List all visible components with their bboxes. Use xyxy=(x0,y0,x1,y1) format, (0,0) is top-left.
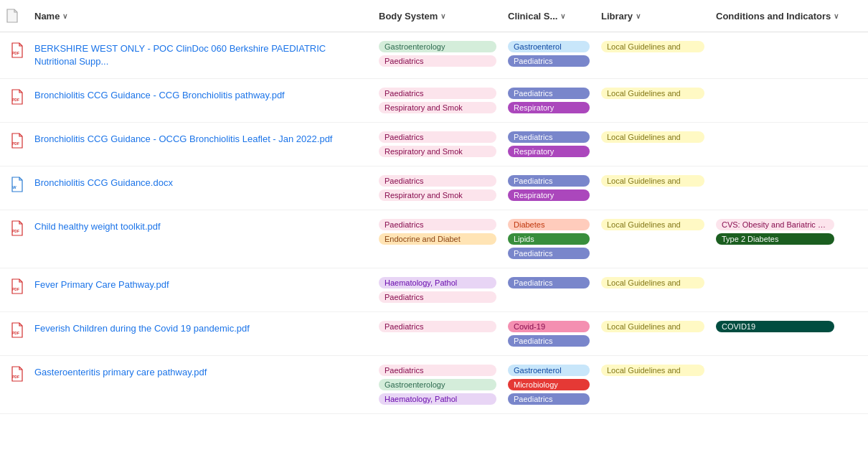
tag[interactable]: Local Guidelines and xyxy=(601,175,704,187)
tag[interactable]: Paediatrics xyxy=(508,131,590,143)
tag[interactable]: Paediatrics xyxy=(508,248,590,259)
condition-tags xyxy=(710,363,868,366)
tag[interactable]: Endocrine and Diabet xyxy=(379,233,496,245)
tag[interactable]: Diabetes xyxy=(508,219,590,230)
tag[interactable]: Gastroenterology xyxy=(379,41,496,52)
tag[interactable]: Paediatrics xyxy=(508,88,590,99)
tag[interactable]: Paediatrics xyxy=(508,175,590,187)
condition-tags xyxy=(710,130,868,133)
tag[interactable]: Local Guidelines and xyxy=(601,321,704,332)
tag[interactable]: Paediatrics xyxy=(508,277,590,289)
pdf-file-icon: PDF xyxy=(11,322,24,338)
svg-text:W: W xyxy=(12,185,16,189)
library-tags: Local Guidelines and xyxy=(595,174,710,188)
tag[interactable]: Paediatrics xyxy=(379,88,496,99)
table-row: PDF BERKSHIRE WEST ONLY - POC ClinDoc 06… xyxy=(0,32,868,79)
row-name[interactable]: Bronchiolitis CCG Guidance.docx xyxy=(29,174,373,192)
library-tags: Local Guidelines and xyxy=(595,276,710,290)
file-link[interactable]: Bronchiolitis CCG Guidance.docx xyxy=(34,177,173,189)
sort-library-icon: ∨ xyxy=(636,12,641,20)
row-name[interactable]: BERKSHIRE WEST ONLY - POC ClinDoc 060 Be… xyxy=(29,39,373,71)
file-link[interactable]: Gasteroenteritis primary care pathway.pd… xyxy=(34,366,207,379)
tag[interactable]: Paediatrics xyxy=(508,335,590,347)
row-name[interactable]: Bronchiolitis CCG Guidance - CCG Bronchi… xyxy=(29,86,373,105)
row-name[interactable]: Bronchiolitis CCG Guidance - OCCG Bronch… xyxy=(29,130,373,149)
tag[interactable]: Respiratory and Smok xyxy=(379,146,496,157)
tag[interactable]: Paediatrics xyxy=(379,219,496,230)
tag[interactable]: Local Guidelines and xyxy=(601,219,704,230)
body-system-tags: Gastroenterology Paediatrics xyxy=(373,39,502,68)
body-system-tags: Paediatrics Gastroenterology Haematology… xyxy=(373,363,502,406)
tag[interactable]: Lipids xyxy=(508,233,590,245)
file-link[interactable]: Bronchiolitis CCG Guidance - OCCG Bronch… xyxy=(34,133,332,146)
tag[interactable]: Covid-19 xyxy=(508,321,590,332)
pdf-file-icon: PDF xyxy=(11,278,24,294)
pdf-file-icon: PDF xyxy=(11,42,24,58)
tag[interactable]: Respiratory and Smok xyxy=(379,102,496,113)
tag[interactable]: Haematology, Pathol xyxy=(379,277,496,289)
tag[interactable]: Haematology, Pathol xyxy=(379,393,496,405)
tag[interactable]: Local Guidelines and xyxy=(601,41,704,52)
header-name[interactable]: Name ∨ xyxy=(29,8,373,24)
tag[interactable]: Type 2 Diabetes xyxy=(716,233,834,245)
tag[interactable]: Gastroenterology xyxy=(379,379,496,390)
svg-text:PDF: PDF xyxy=(12,229,19,233)
table-header: Name ∨ Body System ∨ Clinical S... ∨ Lib… xyxy=(0,0,868,32)
row-name[interactable]: Fever Primary Care Pathway.pdf xyxy=(29,276,373,294)
tag[interactable]: Respiratory and Smok xyxy=(379,189,496,201)
tag[interactable]: Paediatrics xyxy=(379,291,496,303)
row-icon: PDF xyxy=(0,86,29,105)
tag[interactable]: CVS: Obesity and Bariatric Surge xyxy=(716,219,834,230)
table-row: W Bronchiolitis CCG Guidance.docx Paedia… xyxy=(0,166,868,210)
body-system-tags: Paediatrics xyxy=(373,319,502,334)
tag[interactable]: Paediatrics xyxy=(379,131,496,143)
tag[interactable]: Paediatrics xyxy=(508,55,590,67)
tag[interactable]: Local Guidelines and xyxy=(601,365,704,376)
file-link[interactable]: Bronchiolitis CCG Guidance - CCG Bronchi… xyxy=(34,89,285,102)
row-icon: PDF xyxy=(0,39,29,58)
header-body-system[interactable]: Body System ∨ xyxy=(373,8,502,24)
header-clinical[interactable]: Clinical S... ∨ xyxy=(502,8,595,24)
tag[interactable]: Gastroenterol xyxy=(508,365,590,376)
header-library[interactable]: Library ∨ xyxy=(595,8,710,24)
tag[interactable]: Local Guidelines and xyxy=(601,131,704,143)
header-conditions[interactable]: Conditions and Indicators ∨ xyxy=(710,8,868,24)
tag[interactable]: COVID19 xyxy=(716,321,834,332)
file-header-icon xyxy=(6,9,19,23)
tag[interactable]: Paediatrics xyxy=(379,55,496,67)
table-row: PDF Bronchiolitis CCG Guidance - OCCG Br… xyxy=(0,123,868,166)
tag[interactable]: Respiratory xyxy=(508,189,590,201)
tag[interactable]: Respiratory xyxy=(508,146,590,157)
library-tags: Local Guidelines and xyxy=(595,363,710,377)
tag[interactable]: Paediatrics xyxy=(379,365,496,376)
pdf-file-icon: PDF xyxy=(11,133,24,149)
row-name[interactable]: Feverish Children during the Covid 19 pa… xyxy=(29,319,373,338)
tag[interactable]: Respiratory xyxy=(508,102,590,113)
svg-text:PDF: PDF xyxy=(12,98,19,102)
row-icon: PDF xyxy=(0,319,29,338)
tag[interactable]: Paediatrics xyxy=(379,321,496,332)
tag[interactable]: Local Guidelines and xyxy=(601,88,704,99)
file-link[interactable]: Child healthy weight toolkit.pdf xyxy=(34,220,161,233)
svg-text:PDF: PDF xyxy=(12,141,19,146)
row-name[interactable]: Child healthy weight toolkit.pdf xyxy=(29,217,373,236)
tag[interactable]: Paediatrics xyxy=(508,393,590,405)
file-link[interactable]: Fever Primary Care Pathway.pdf xyxy=(34,278,169,291)
tag[interactable]: Microbiology xyxy=(508,379,590,390)
file-link[interactable]: Feverish Children during the Covid 19 pa… xyxy=(34,322,250,335)
library-tags: Local Guidelines and xyxy=(595,39,710,54)
row-icon: PDF xyxy=(0,130,29,149)
tag[interactable]: Local Guidelines and xyxy=(601,277,704,289)
body-system-tags: Paediatrics Respiratory and Smok xyxy=(373,130,502,159)
tag[interactable]: Paediatrics xyxy=(379,175,496,187)
clinical-tags: Covid-19 Paediatrics xyxy=(502,319,595,348)
row-name[interactable]: Gasteroenteritis primary care pathway.pd… xyxy=(29,363,373,382)
svg-text:PDF: PDF xyxy=(12,375,19,379)
header-icon-col xyxy=(0,6,29,26)
body-system-tags: Paediatrics Endocrine and Diabet xyxy=(373,217,502,246)
tag[interactable]: Gastroenterol xyxy=(508,41,590,52)
file-link[interactable]: BERKSHIRE WEST ONLY - POC ClinDoc 060 Be… xyxy=(34,42,367,68)
library-tags: Local Guidelines and xyxy=(595,86,710,100)
body-system-tags: Haematology, Pathol Paediatrics xyxy=(373,276,502,304)
sort-conditions-icon: ∨ xyxy=(834,12,839,20)
